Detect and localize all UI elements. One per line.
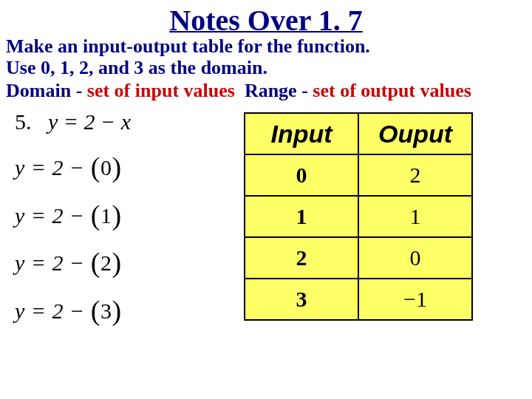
step-row: y = 2 − (2): [15, 237, 236, 285]
step-eq: = 2 −: [25, 155, 91, 180]
input-cell: 3: [245, 279, 358, 320]
step-eq: = 2 −: [25, 203, 91, 228]
rparen-icon: ): [112, 200, 121, 231]
instructions-block: Make an input-output table for the funct…: [0, 36, 532, 78]
step-arg: 1: [100, 203, 112, 228]
input-cell: 2: [245, 237, 358, 279]
rparen-icon: ): [112, 247, 121, 278]
range-label: Range: [245, 80, 297, 101]
content-row: 5. y = 2 − x y = 2 − (0) y = 2 − (1) y =…: [0, 109, 532, 332]
instruction-line-1: Make an input-output table for the funct…: [6, 36, 526, 58]
output-cell: −1: [358, 279, 472, 320]
range-sep: -: [297, 80, 313, 101]
lparen-icon: (: [91, 247, 100, 278]
range-text: set of output values: [313, 80, 471, 101]
domain-label: Domain: [6, 80, 71, 101]
step-lhs: y: [15, 155, 25, 180]
io-table: Input Ouput 0 2 1 1 2 0 3 −1: [244, 112, 473, 321]
page-title: Notes Over 1. 7: [0, 3, 532, 38]
domain-text: set of input values: [87, 80, 235, 101]
table-row: 2 0: [245, 237, 472, 279]
output-header: Ouput: [358, 113, 472, 154]
instruction-line-2: Use 0, 1, 2, and 3 as the domain.: [6, 58, 526, 79]
problem-statement: 5. y = 2 − x: [15, 109, 236, 134]
step-lhs: y: [15, 299, 25, 323]
step-lhs: y: [15, 203, 25, 228]
table-row: 0 2: [245, 154, 472, 196]
lparen-icon: (: [91, 295, 100, 326]
output-cell: 2: [358, 154, 472, 196]
step-lhs: y: [15, 250, 25, 275]
table-row: 1 1: [245, 196, 472, 237]
table-row: 3 −1: [245, 279, 472, 320]
step-arg: 0: [100, 155, 112, 180]
rparen-icon: ): [112, 295, 121, 326]
step-row: y = 2 − (1): [15, 190, 236, 238]
input-cell: 1: [245, 196, 358, 237]
step-eq: = 2 −: [25, 250, 91, 275]
step-arg: 2: [100, 250, 112, 275]
input-cell: 0: [245, 154, 358, 196]
definitions-line: Domain - set of input values Range - set…: [0, 80, 532, 102]
step-row: y = 2 − (3): [15, 285, 236, 333]
step-arg: 3: [100, 299, 112, 323]
lparen-icon: (: [91, 200, 100, 231]
rparen-icon: ): [112, 151, 121, 183]
output-cell: 1: [358, 196, 472, 237]
problem-equation: y = 2 − x: [48, 109, 131, 134]
table-header-row: Input Ouput: [245, 113, 472, 154]
lparen-icon: (: [91, 151, 100, 183]
input-header: Input: [245, 113, 358, 154]
problem-number: 5.: [15, 109, 32, 134]
output-cell: 0: [358, 237, 472, 279]
equations-column: 5. y = 2 − x y = 2 − (0) y = 2 − (1) y =…: [0, 109, 236, 332]
step-eq: = 2 −: [25, 299, 91, 323]
step-row: y = 2 − (0): [15, 142, 236, 190]
domain-sep: -: [71, 80, 87, 101]
